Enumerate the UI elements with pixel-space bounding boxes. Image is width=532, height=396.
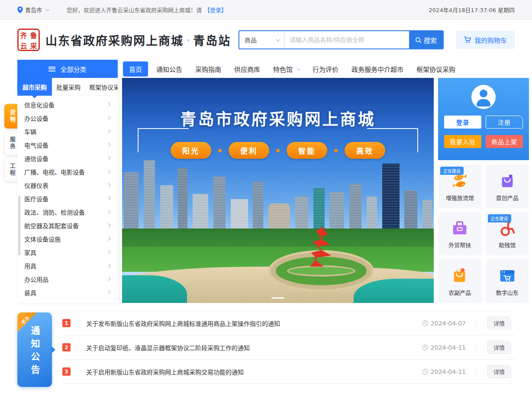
category-label: 装具 (24, 288, 36, 297)
site-title: 山东省政府采购网上商城 (45, 32, 184, 48)
chevron-right-icon (106, 277, 111, 281)
category-item[interactable]: 仪器仪表 (17, 178, 118, 192)
cat-tab-batch[interactable]: 批量采购 (52, 78, 85, 96)
nav-item-behavior[interactable]: 行为评价 (306, 64, 345, 74)
login-button[interactable]: 登录 (444, 116, 481, 129)
category-label: 车辆 (24, 127, 36, 136)
category-label: 办公用品 (24, 275, 48, 283)
category-label: 办公设备 (24, 114, 48, 122)
search-button[interactable]: 搜索 (409, 31, 443, 48)
all-categories-label: 全部分类 (60, 64, 86, 74)
publish-button[interactable]: 商品上架 (486, 135, 523, 148)
search-category-select[interactable]: 商品 (239, 31, 284, 48)
divider (476, 369, 477, 375)
notice-date-text: 2024-04-11 (431, 344, 466, 351)
tile-label: 增殖放流馆 (446, 193, 474, 202)
category-item[interactable]: 装具 (17, 286, 118, 299)
notice-date-text: 2024-04-07 (431, 320, 466, 327)
city-skyline (122, 154, 434, 238)
all-categories-button[interactable]: 全部分类 (17, 60, 118, 78)
nav-item-notices[interactable]: 通知公告 (150, 64, 189, 74)
nav-item-guide[interactable]: 采购指南 (189, 64, 228, 74)
detail-button[interactable]: 详情 (487, 316, 511, 330)
category-item[interactable]: 医疗设备 (17, 192, 118, 205)
nav-item-home[interactable]: 首页 (123, 61, 148, 77)
logo-char: 齐 (20, 30, 27, 40)
tile-fish-release[interactable]: 正在建设 增殖放流馆 (438, 164, 482, 208)
tile-digital-shandong[interactable]: 数字山东 (486, 259, 529, 303)
header: 齐鲁云采 山东省政府采购网上商城 · 青岛站 商品 搜索 我的购物车 (0, 20, 532, 60)
clock-icon (422, 344, 428, 351)
category-item[interactable]: 文体设备设施 (17, 232, 118, 245)
chevron-right-icon (106, 116, 111, 120)
dot-separator (218, 149, 222, 152)
notice-title-link[interactable]: 关于启动复印纸、液晶显示器框架协议二阶段采购工作的通知 (86, 343, 250, 352)
category-item[interactable]: 信息数据类无形资产 (17, 299, 118, 303)
category-label: 家具 (24, 248, 36, 257)
category-item[interactable]: 政法、消防、检测设备 (17, 205, 118, 219)
register-button[interactable]: 注册 (486, 116, 523, 129)
cart-button[interactable]: 我的购物车 (456, 31, 515, 49)
category-item[interactable]: 车辆 (17, 125, 118, 138)
main-content: 货物 服务 工程 超市采购 批量采购 框架协议采购 信息化设备 办公设备 车辆 … (17, 78, 532, 303)
category-item[interactable]: 广播、电视、电影设备 (17, 165, 118, 178)
notice-section: 更多 通知公告 1 关于发布新版山东省政府采购网上商城标准通用商品上架操作指引的… (17, 311, 515, 387)
notice-title-link[interactable]: 关于发布新版山东省政府采购网上商城标准通用商品上架操作指引的通知 (86, 319, 280, 328)
notice-title-link[interactable]: 关于启用新版山东省政府采购网上商城采购交易功能的通知 (86, 367, 244, 376)
notice-date: 2024-04-11 (422, 368, 466, 375)
cart-icon (464, 36, 471, 43)
city-selector[interactable]: 青岛市 (17, 6, 48, 14)
category-label: 电气设备 (24, 141, 48, 149)
banner-title: 青岛市政府采购网上商城 (122, 106, 434, 130)
notice-number: 3 (62, 367, 71, 376)
tile-original-products[interactable]: 首创产品 (486, 164, 529, 208)
category-scrollbar[interactable] (18, 196, 20, 255)
join-button[interactable]: 我要入驻 (444, 135, 481, 148)
nav-item-gov-services[interactable]: 政务服务中介超市 (345, 64, 410, 74)
chevron-right-icon (106, 143, 111, 147)
category-item[interactable]: 家具 (17, 245, 118, 259)
nav-item-framework[interactable]: 框架协议采购 (410, 64, 462, 74)
avatar (471, 85, 496, 109)
notice-date: 2024-04-11 (422, 344, 466, 351)
hamburger-icon (48, 67, 55, 71)
tile-label: 首创产品 (496, 193, 519, 202)
search-button-label: 搜索 (424, 35, 437, 45)
notice-list: 1 关于发布新版山东省政府采购网上商城标准通用商品上架操作指引的通知 2024-… (53, 311, 515, 384)
detail-button[interactable]: 详情 (487, 365, 511, 378)
cat-tab-supermarket[interactable]: 超市采购 (17, 78, 52, 96)
carousel-indicator[interactable] (271, 297, 284, 299)
chevron-right-icon (106, 237, 111, 241)
notice-date: 2024-04-07 (422, 320, 466, 327)
feature-tiles: 正在建设 增殖放流馆 首创产品 (438, 164, 529, 303)
chevron-right-icon (106, 129, 111, 134)
cat-tab-framework[interactable]: 框架协议采购 (85, 78, 118, 96)
topbar-login-link[interactable]: 【登录】 (204, 6, 227, 14)
chevron-right-icon (106, 223, 111, 228)
chevron-right-icon (106, 264, 111, 268)
logo-char: 云 (20, 40, 27, 51)
category-item[interactable]: 电气设备 (17, 138, 118, 151)
divider (476, 320, 477, 326)
dot-separator (276, 149, 280, 152)
nav-item-special[interactable]: 特色馆 (267, 64, 306, 74)
category-item[interactable]: 用具 (17, 259, 118, 272)
tile-agricultural-products[interactable]: 农副产品 (438, 259, 482, 303)
category-item[interactable]: 航空器及其配套设备 (17, 219, 118, 232)
nav-item-suppliers[interactable]: 供应商库 (228, 64, 267, 74)
category-item[interactable]: 办公设备 (17, 111, 118, 125)
tile-foreign-trade[interactable]: 外贸帮扶 (438, 212, 482, 256)
clock-icon (422, 369, 428, 375)
category-item[interactable]: 通信设备 (17, 151, 118, 165)
detail-button[interactable]: 详情 (487, 341, 511, 354)
category-label: 信息化设备 (24, 100, 55, 109)
chevron-right-icon (106, 170, 111, 174)
nav-items: 首页 通知公告 采购指南 供应商库 特色馆 行为评价 政务服务中介超市 框架协议… (123, 61, 462, 77)
tile-disability-support[interactable]: 正在建设 助残馆 (486, 212, 529, 256)
search-input[interactable] (284, 31, 409, 48)
category-item[interactable]: 信息化设备 (17, 98, 118, 111)
category-label: 通信设备 (24, 154, 48, 163)
category-item[interactable]: 办公用品 (17, 272, 118, 286)
site-logo[interactable]: 齐鲁云采 (17, 29, 40, 51)
category-label: 信息数据类无形资产 (24, 302, 79, 303)
